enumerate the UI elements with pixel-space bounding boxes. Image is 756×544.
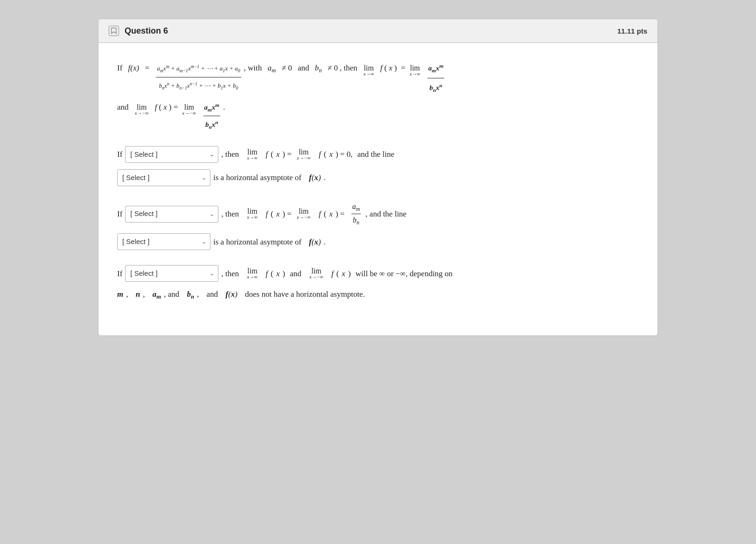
case2-row1: If [ Select ] ⌄ , then lim x→∞ f(x) = li…	[117, 201, 639, 227]
leading-fraction: amxm bnxn	[427, 59, 445, 98]
if-label-3: If	[117, 268, 122, 280]
lim6: lim x→−∞	[297, 148, 311, 161]
fx-def: f(x)	[128, 58, 140, 78]
case1-is-ha: is a horizontal asymptote of	[213, 172, 301, 184]
case3-row2: m, n, am, and bn, and f(x) does not have…	[117, 288, 639, 302]
card-header: Question 6 11.11 pts	[98, 19, 658, 43]
select-4[interactable]: [ Select ] ⌄	[117, 233, 210, 250]
main-fraction: amxm + am−1xm−1 + ⋯ + a1x + a0 bnxn + bn…	[156, 61, 241, 94]
limit4: lim x→−∞	[182, 104, 196, 116]
if-text: If	[117, 58, 122, 78]
select-1[interactable]: [ Select ] ⌄	[125, 146, 218, 163]
case1-block: If [ Select ] ⌄ , then lim x→∞ f(x) = li…	[117, 146, 639, 186]
card-body: If f(x) = amxm + am−1xm−1 + ⋯ + a1x + a0…	[98, 43, 658, 335]
if-label-2: If	[117, 208, 122, 220]
if-label-1: If	[117, 148, 122, 160]
select-3[interactable]: [ Select ] ⌄	[125, 206, 218, 223]
theorem-statement: If f(x) = amxm + am−1xm−1 + ⋯ + a1x + a0…	[117, 58, 639, 133]
fx-label-2: f(x)	[309, 236, 321, 248]
fx-label-1: f(x)	[309, 172, 321, 184]
question-card: Question 6 11.11 pts If f(x) = amxm + am…	[98, 19, 658, 336]
header-left: Question 6	[109, 26, 168, 36]
chevron-icon-4: ⌄	[202, 237, 206, 246]
case1-row1: If [ Select ] ⌄ , then lim x→∞ f(x) = li…	[117, 146, 639, 163]
lim8: lim x→−∞	[297, 208, 311, 220]
case3-block: If [ Select ] ⌄ , then lim x→∞ f(x) and …	[117, 265, 639, 302]
chevron-icon-3: ⌄	[210, 210, 214, 218]
limit2: lim x→∞	[410, 64, 420, 77]
case2-row2: [ Select ] ⌄ is a horizontal asymptote o…	[117, 233, 639, 250]
case1-then: , then	[221, 148, 239, 160]
lim10: lim x→−∞	[309, 267, 323, 280]
select-2[interactable]: [ Select ] ⌄	[117, 169, 210, 186]
am-bn-fraction: am bn	[351, 201, 361, 227]
lim5: lim x→∞	[247, 148, 258, 161]
chevron-icon-2: ⌄	[202, 174, 206, 182]
case2-block: If [ Select ] ⌄ , then lim x→∞ f(x) = li…	[117, 201, 639, 250]
question-points: 11.11 pts	[617, 27, 647, 35]
lim7: lim x→∞	[247, 208, 258, 220]
chevron-icon-1: ⌄	[210, 150, 214, 159]
limit3: lim x→−∞	[135, 104, 149, 116]
case1-row2: [ Select ] ⌄ is a horizontal asymptote o…	[117, 169, 639, 186]
chevron-icon-5: ⌄	[210, 269, 214, 278]
case2-is-ha: is a horizontal asymptote of	[213, 236, 301, 248]
limit1: lim x→∞	[364, 64, 374, 77]
question-title: Question 6	[125, 26, 168, 36]
select-5[interactable]: [ Select ] ⌄	[125, 265, 218, 282]
case3-then: , then	[221, 268, 239, 280]
lim9: lim x→∞	[247, 267, 258, 280]
case2-then: , then	[221, 208, 239, 220]
leading-fraction2: amxm bnxn	[203, 99, 221, 133]
case3-row1: If [ Select ] ⌄ , then lim x→∞ f(x) and …	[117, 265, 639, 282]
bookmark-icon[interactable]	[109, 26, 119, 36]
